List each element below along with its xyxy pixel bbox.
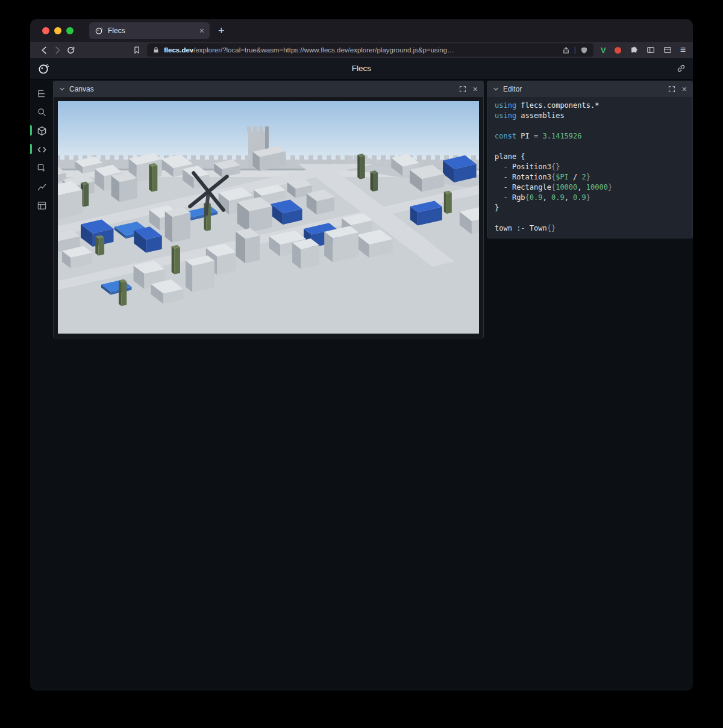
sidebar-item-inspector[interactable] [34, 161, 49, 175]
canvas-panel-title: Canvas [69, 85, 94, 93]
share-link-icon[interactable] [677, 64, 686, 73]
sidebar [30, 79, 53, 691]
url-path: /explorer/?local=true&wasm=https://www.f… [193, 46, 454, 54]
flecs-explorer-app: Flecs [30, 58, 693, 691]
reload-button[interactable] [64, 44, 77, 56]
expand-icon[interactable] [459, 86, 466, 93]
url-bar[interactable]: flecs.dev/explorer/?local=true&wasm=http… [147, 43, 593, 57]
extension-toolbar: V ≡ [601, 45, 686, 55]
navigation-bar: flecs.dev/explorer/?local=true&wasm=http… [30, 42, 693, 58]
sidebar-item-code-editor[interactable] [34, 143, 49, 156]
page-title: Flecs [30, 64, 693, 73]
editor-panel-header[interactable]: Editor × [487, 81, 692, 97]
flecs-favicon-icon [95, 26, 103, 35]
lock-icon [152, 46, 160, 54]
tab-flecs[interactable]: Flecs × [89, 22, 210, 39]
town-3d-render[interactable] [58, 101, 479, 334]
new-tab-button[interactable]: + [218, 25, 225, 36]
browser-window: Flecs × + flecs.dev [30, 19, 693, 691]
app-header: Flecs [30, 58, 693, 79]
shield-icon[interactable] [580, 46, 588, 54]
sidebar-item-stats[interactable] [34, 199, 49, 212]
flecs-logo-icon[interactable] [37, 63, 49, 75]
tab-strip: Flecs × + [30, 19, 693, 42]
share-icon[interactable] [562, 46, 570, 54]
sidebar-item-entity-tree[interactable] [34, 87, 49, 100]
container-tab-icon[interactable] [663, 46, 672, 54]
traffic-lights [42, 27, 74, 34]
bookmark-icon[interactable] [130, 44, 143, 56]
red-extension-icon[interactable] [615, 47, 621, 54]
tab-close-icon[interactable]: × [199, 26, 204, 35]
canvas-panel: Canvas × [53, 81, 484, 338]
close-icon[interactable]: × [682, 85, 687, 93]
window-close-button[interactable] [42, 27, 49, 34]
sidebar-item-entities[interactable] [34, 124, 49, 137]
vimium-extension-icon[interactable]: V [601, 46, 606, 55]
canvas-panel-body [54, 97, 483, 338]
chevron-down-icon[interactable] [59, 86, 65, 92]
editor-code[interactable]: using flecs.components.*using assemblies… [487, 97, 692, 238]
editor-panel-title: Editor [503, 85, 522, 93]
puzzle-extensions-icon[interactable] [630, 46, 638, 54]
tab-title: Flecs [108, 26, 195, 35]
sidebar-item-search[interactable] [34, 105, 49, 119]
canvas-panel-header[interactable]: Canvas × [54, 81, 483, 97]
url-domain: flecs.dev [164, 46, 193, 54]
sidebar-toggle-icon[interactable] [646, 46, 655, 54]
app-body: Canvas × [30, 79, 693, 691]
window-zoom-button[interactable] [66, 27, 74, 34]
editor-panel: Editor × using flecs.components.*using a… [487, 81, 693, 238]
url-text: flecs.dev/explorer/?local=true&wasm=http… [164, 46, 558, 54]
chevron-down-icon[interactable] [493, 86, 499, 92]
menu-hamburger-icon[interactable]: ≡ [680, 45, 686, 55]
toolbar-separator: | [574, 46, 576, 54]
window-minimize-button[interactable] [54, 27, 61, 34]
close-icon[interactable]: × [473, 85, 478, 93]
desktop-background: Flecs × + flecs.dev [0, 0, 723, 728]
forward-button[interactable] [51, 44, 64, 56]
sidebar-item-charts[interactable] [34, 180, 49, 193]
expand-icon[interactable] [668, 86, 675, 93]
back-button[interactable] [37, 44, 51, 56]
